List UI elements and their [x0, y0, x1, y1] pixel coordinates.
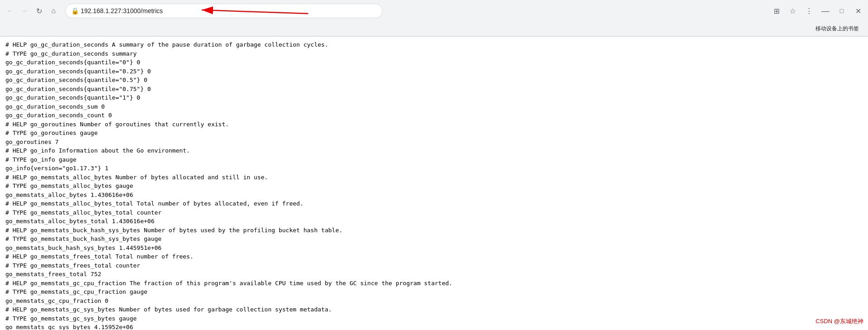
bookmark-button[interactable]: ☆	[786, 5, 799, 17]
close-button[interactable]: ✕	[852, 5, 864, 17]
metrics-text: # HELP go_gc_duration_seconds A summary …	[5, 40, 863, 330]
extensions-icon: ⊞	[774, 7, 780, 15]
home-icon: ⌂	[51, 7, 56, 15]
reload-button[interactable]: ↻	[33, 5, 45, 17]
address-bar[interactable]: 🔒	[65, 4, 383, 18]
csdn-watermark: CSDN @东城绝神	[815, 317, 863, 325]
reload-icon: ↻	[36, 7, 42, 15]
bookmark-item-mobile[interactable]: 移动设备上的书签	[812, 23, 863, 34]
browser-chrome: ← → ↻ ⌂ 🔒 ⊞ ☆	[0, 0, 868, 37]
forward-icon: →	[21, 7, 28, 15]
maximize-button[interactable]: □	[835, 5, 848, 17]
security-icon: 🔒	[71, 7, 79, 14]
toolbar-right: ⊞ ☆ ⋮ — □ ✕	[770, 5, 864, 17]
bookmark-icon: ☆	[790, 7, 796, 15]
bookmarks-bar: 移动设备上的书签	[0, 22, 868, 36]
home-button[interactable]: ⌂	[47, 5, 60, 17]
menu-button[interactable]: ⋮	[803, 5, 815, 17]
forward-button[interactable]: →	[18, 5, 31, 17]
page-content: # HELP go_gc_duration_seconds A summary …	[0, 37, 868, 330]
menu-icon: ⋮	[805, 7, 813, 15]
extensions-button[interactable]: ⊞	[770, 5, 783, 17]
minimize-button[interactable]: —	[819, 5, 832, 17]
back-button[interactable]: ←	[4, 5, 16, 17]
back-icon: ←	[6, 7, 14, 15]
browser-window: ← → ↻ ⌂ 🔒 ⊞ ☆	[0, 0, 868, 330]
browser-toolbar: ← → ↻ ⌂ 🔒 ⊞ ☆	[0, 0, 868, 22]
url-input[interactable]	[81, 7, 377, 14]
